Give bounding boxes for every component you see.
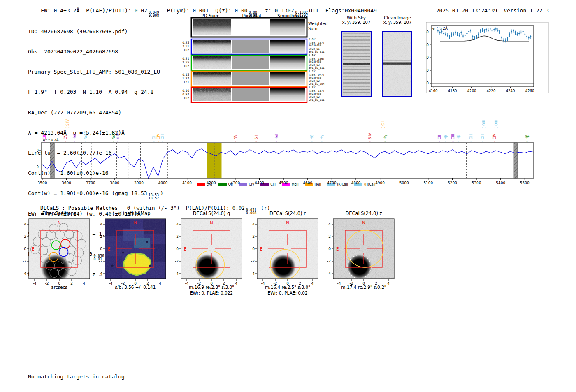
svg-text:4180: 4180 (448, 89, 457, 93)
svg-text:2: 2 (100, 234, 102, 239)
header-version: Version 1.22.3 (504, 7, 549, 14)
svg-text:E: E (336, 247, 339, 251)
cutout-caption-r: EWr: 0, PLAE: 0.02 (249, 290, 327, 295)
cutout-fiber: NE-4-4-2-2002244 (18, 216, 96, 290)
svg-text:0: 0 (134, 281, 137, 285)
header-z-type: OII (309, 7, 318, 14)
svg-text:-2: -2 (251, 259, 255, 263)
spec2d-row-left-label: 0.151.27121 (178, 73, 189, 84)
svg-text:e⁻¹⁷×2Å: e⁻¹⁷×2Å (432, 26, 448, 30)
svg-text:( Hβ: ( Hβ (525, 135, 529, 142)
footer-note: No matching targets in catalog. Row inte… (28, 360, 128, 392)
with-sky-coords: x, y: 359, 107 (336, 20, 377, 25)
svg-text:( Hβ: ( Hβ (456, 135, 460, 142)
svg-text:4: 4 (235, 281, 237, 285)
svg-text:( CIII: ( CIII (381, 121, 385, 128)
svg-text:4: 4 (159, 281, 161, 285)
svg-text:40: 40 (426, 30, 429, 34)
cutout-caption-g: EWr: 0, PLAE: 0.022 (172, 290, 251, 295)
svg-text:2: 2 (70, 281, 73, 285)
svg-text:( OIII: ( OIII (481, 134, 485, 142)
header-qz: Q(z): 0.00 (215, 7, 247, 14)
svg-text:4200: 4200 (467, 89, 476, 93)
svg-text:4400: 4400 (255, 181, 264, 185)
svg-text:-2: -2 (45, 281, 49, 285)
footer-line-1: No matching targets in catalog. (28, 373, 128, 380)
svg-text:( Hγ: ( Hγ (320, 135, 324, 142)
svg-text:( OIII: ( OIII (160, 134, 165, 142)
header-plae: P(LAE)/P(OII): 0.02 (86, 7, 147, 14)
clean-image-coords: x, y: 359, 107 (377, 20, 418, 25)
svg-text:( SiIV: ( SiIV (368, 133, 372, 142)
svg-text:-2: -2 (23, 259, 26, 263)
svg-text:4260: 4260 (525, 89, 534, 93)
spec2d-row-left-label: 0.253.51102 (178, 41, 189, 52)
svg-text:4: 4 (83, 281, 85, 285)
svg-text:0: 0 (100, 247, 102, 251)
cutout-title-z: DECaLS(24.0) z (333, 211, 394, 216)
header-ew: EW: 0.4±3.2Å (41, 7, 79, 14)
svg-text:20: 20 (426, 56, 429, 60)
svg-text:2: 2 (252, 234, 255, 239)
svg-text:30: 30 (426, 43, 429, 47)
spec2d-row-left-label: 0.100.97102 (178, 89, 189, 100)
svg-text:4: 4 (252, 222, 255, 226)
zoom-spectrum-plot: 010203040416041804200422042404260e⁻¹⁷×2Å (426, 21, 549, 95)
svg-text:( CIII: ( CIII (451, 134, 455, 142)
svg-text:( OIII: ( OIII (482, 120, 486, 128)
spec2d-row-left-label: 0.212.55102 (178, 57, 189, 68)
svg-text:5500: 5500 (520, 181, 530, 185)
spec2d-panel (190, 17, 314, 105)
svg-text:( Hδ: ( Hδ (310, 135, 314, 142)
svg-text:4220: 4220 (487, 89, 496, 93)
cutout-lineflux: NE-4-4-2-2002244 (94, 216, 172, 290)
svg-text:( SiIV: ( SiIV (65, 119, 70, 128)
svg-text:3700: 3700 (86, 181, 95, 185)
cutout-title-fiber: Fiber Positions (29, 211, 90, 216)
svg-text:10: 10 (426, 68, 429, 72)
svg-text:4: 4 (176, 222, 179, 226)
svg-text:-4: -4 (23, 271, 26, 276)
svg-text:( HeII: ( HeII (274, 132, 279, 142)
header-flags: Flags:0x00400049 (325, 7, 377, 14)
svg-text:( CIV: ( CIV (492, 134, 497, 142)
svg-text:( CIV: ( CIV (156, 134, 160, 142)
svg-text:4: 4 (311, 281, 314, 285)
svg-text:5200: 5200 (448, 181, 457, 185)
svg-text:4: 4 (387, 281, 390, 285)
cutout-title-g: DECaLS(24.0) g (181, 211, 242, 216)
svg-text:2: 2 (176, 234, 179, 239)
svg-text:5000: 5000 (399, 181, 409, 185)
svg-text:0: 0 (24, 247, 26, 251)
svg-text:4160: 4160 (429, 89, 438, 93)
svg-text:0: 0 (286, 281, 289, 285)
svg-text:N: N (210, 220, 213, 225)
svg-text:4000: 4000 (158, 181, 168, 185)
svg-text:N: N (286, 220, 289, 225)
svg-text:N: N (362, 220, 365, 225)
svg-text:( NeV: ( NeV (111, 132, 116, 142)
elixer-report-page: EW: 0.4±3.2ÅP(LAE)/P(OII): 0.020.0490.00… (0, 0, 576, 392)
svg-text:2: 2 (223, 281, 225, 285)
svg-text:2: 2 (299, 281, 301, 285)
svg-text:4900: 4900 (375, 181, 385, 185)
svg-text:( Hβ: ( Hβ (444, 135, 448, 142)
svg-text:4: 4 (100, 222, 102, 226)
cutout-g: NE-4-4-2-2002244 (170, 216, 249, 290)
svg-text:-2: -2 (327, 259, 331, 263)
svg-text:-4: -4 (109, 281, 113, 285)
svg-text:0: 0 (328, 247, 331, 251)
svg-text:0: 0 (176, 247, 179, 251)
svg-text:3900: 3900 (134, 181, 144, 185)
svg-text:4100: 4100 (182, 181, 192, 185)
svg-text:0: 0 (427, 81, 429, 85)
svg-text:( OIII: ( OIII (494, 120, 498, 128)
svg-text:-4: -4 (337, 281, 341, 285)
svg-text:( CII: ( CII (42, 135, 46, 142)
svg-text:0: 0 (252, 247, 255, 251)
svg-text:N: N (134, 220, 137, 225)
header-timestamp: 2025-01-20 13:24:39 (436, 7, 497, 14)
svg-text:2: 2 (24, 234, 26, 239)
clean-image-title: Clean Image (377, 15, 418, 20)
svg-text:5100: 5100 (423, 181, 433, 185)
